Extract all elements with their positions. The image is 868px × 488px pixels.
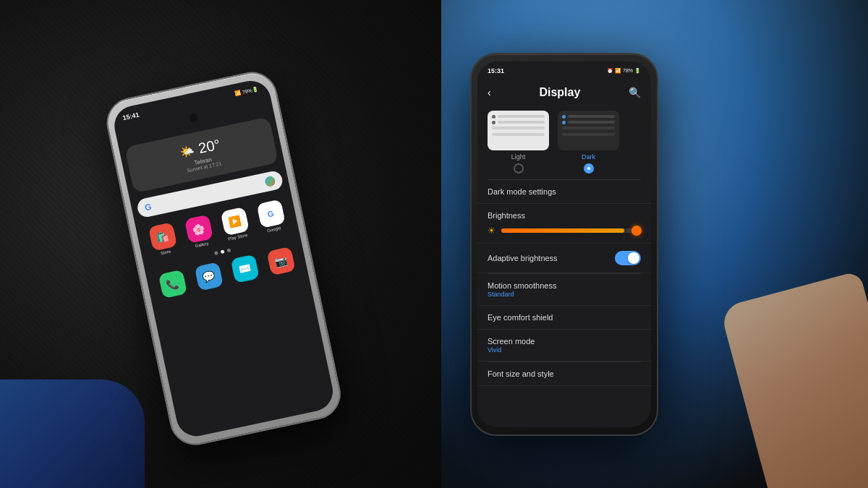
screen-mode-value: Vivid (488, 346, 535, 354)
weather-icon: 🌤️ (179, 142, 196, 159)
right-phone-status-bar: 15:31 ⏰ 📶 78% 🔋 (477, 61, 651, 80)
battery-icon: 🔋 (634, 68, 641, 74)
right-phone-time: 15:31 (488, 67, 504, 74)
list-item[interactable]: 🌸 Gallery (181, 213, 218, 249)
list-item[interactable]: 🛍️ Store (145, 221, 182, 257)
light-theme-radio[interactable] (514, 163, 524, 174)
list-item[interactable]: 📷 (263, 246, 299, 276)
thumb-line (498, 115, 545, 118)
dark-theme-option[interactable]: Dark (558, 111, 619, 174)
brightness-label: Brightness (488, 211, 641, 220)
phone-right-screen: 15:31 ⏰ 📶 78% 🔋 ‹ Display 🔍 (477, 61, 651, 427)
left-phone-time: 15:41 (122, 111, 140, 121)
phone-right: 15:31 ⏰ 📶 78% 🔋 ‹ Display 🔍 (470, 53, 658, 436)
brightness-row: ☀ (488, 226, 641, 236)
dark-theme-label: Dark (582, 153, 595, 160)
font-size-style-item[interactable]: Font size and style (477, 362, 651, 386)
thumb-line (568, 115, 615, 118)
list-item[interactable]: ▶️ Play Store (217, 206, 254, 242)
settings-page-title: Display (539, 86, 580, 99)
toggle-thumb (628, 252, 639, 264)
google-g-logo: G (144, 201, 153, 213)
page-dot-2 (220, 249, 224, 254)
display-settings-screen: ‹ Display 🔍 (477, 80, 651, 427)
thumb-full-line (492, 133, 545, 136)
left-panel: 15:41 📶 79%🔋 🌤️ 20° Tehran Sunset at 17: (0, 0, 441, 488)
eye-comfort-shield-item[interactable]: Eye comfort shield (477, 306, 651, 330)
brightness-slider-fill (501, 228, 624, 233)
sun-icon: ☀ (488, 226, 495, 236)
camera-dock-icon: 📷 (266, 247, 295, 275)
thumb-dot (562, 121, 566, 124)
left-phone-camera-notch (189, 112, 199, 122)
blue-fabric-detail (0, 380, 145, 488)
dark-mode-settings-label: Dark mode settings (488, 187, 556, 196)
right-phone-status-icons: ⏰ 📶 78% 🔋 (607, 68, 641, 74)
light-theme-thumbnail (488, 111, 549, 150)
alarm-icon: ⏰ (607, 68, 613, 74)
adaptive-brightness-toggle[interactable] (615, 251, 641, 265)
theme-selector: Light (477, 105, 651, 179)
thumb-full-line (492, 127, 545, 129)
dark-mode-settings-item[interactable]: Dark mode settings (477, 180, 651, 204)
google-app-icon: G (256, 199, 285, 228)
dark-theme-thumbnail (558, 111, 619, 150)
thumb-dot (492, 121, 495, 124)
mic-icon (264, 175, 276, 187)
messages-dock-icon: 💬 (194, 262, 223, 291)
gallery-app-icon: 🌸 (184, 214, 213, 243)
thumb-dot (492, 115, 495, 119)
thumb-line (498, 121, 545, 124)
weather-temperature: 20° (197, 136, 221, 157)
motion-smoothness-item[interactable]: Motion smoothness Standard (477, 274, 651, 306)
brightness-section: Brightness ☀ (477, 204, 651, 244)
email-dock-icon: ✉️ (230, 254, 259, 283)
battery-label: 78% (623, 68, 633, 73)
adaptive-brightness-label: Adaptive brightness (488, 254, 558, 262)
thumb-full-line (562, 127, 615, 129)
page-dot-1 (213, 251, 218, 255)
right-panel: 15:31 ⏰ 📶 78% 🔋 ‹ Display 🔍 (441, 0, 868, 488)
brightness-slider-thumb (631, 226, 642, 236)
phone-right-body: 15:31 ⏰ 📶 78% 🔋 ‹ Display 🔍 (470, 53, 658, 436)
motion-smoothness-value: Standard (488, 291, 556, 298)
list-item[interactable]: G Google (253, 198, 290, 234)
search-icon[interactable]: 🔍 (629, 87, 641, 98)
play-store-app-icon: ▶️ (220, 207, 249, 236)
font-size-style-label: Font size and style (488, 369, 554, 378)
eye-comfort-shield-label: Eye comfort shield (488, 313, 553, 322)
left-phone-homescreen: 🌤️ 20° Tehran Sunset at 17:21 G (117, 108, 308, 308)
dark-theme-radio[interactable] (584, 163, 594, 174)
settings-nav-bar: ‹ Display 🔍 (477, 80, 651, 105)
thumb-full-line (562, 133, 615, 136)
adaptive-brightness-item[interactable]: Adaptive brightness (477, 244, 651, 273)
screen-mode-item[interactable]: Screen mode Vivid (477, 330, 651, 361)
list-item[interactable]: 💬 (191, 261, 226, 291)
back-button[interactable]: ‹ (488, 87, 491, 98)
list-item[interactable]: 📞 (155, 268, 190, 299)
page-dot-3 (226, 248, 231, 252)
bottom-dock: 📞 💬 ✉️ 📷 (152, 245, 302, 300)
signal-icon: 📶 (615, 68, 621, 74)
motion-smoothness-label: Motion smoothness (488, 281, 556, 290)
thumb-line (568, 121, 615, 124)
light-theme-label: Light (511, 153, 526, 160)
store-app-icon: 🛍️ (148, 222, 176, 251)
phone-dock-icon: 📞 (158, 269, 187, 298)
screen-mode-label: Screen mode (488, 337, 535, 346)
list-item[interactable]: ✉️ (227, 253, 263, 283)
store-app-label: Store (160, 249, 171, 255)
light-theme-option[interactable]: Light (488, 111, 549, 174)
thumb-dot (562, 115, 566, 119)
left-phone-status-icons: 📶 79%🔋 (234, 86, 259, 97)
brightness-slider[interactable] (501, 228, 641, 233)
